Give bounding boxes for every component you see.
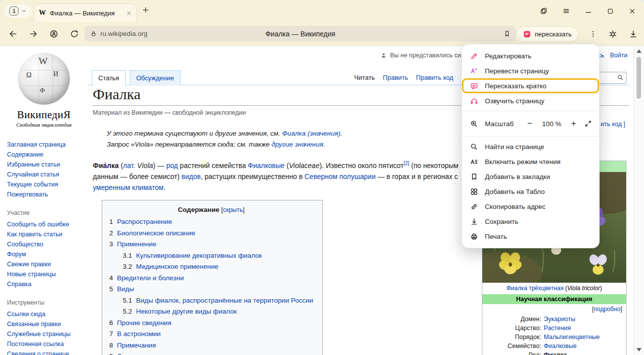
scroll-up-button[interactable] <box>637 49 642 53</box>
scroll-down-button[interactable] <box>637 348 642 352</box>
menu-item-translate[interactable]: Перевести страницу <box>462 63 599 78</box>
bookmark-flag-icon[interactable] <box>503 30 511 37</box>
inline-link[interactable]: Северном полушарии <box>305 173 376 180</box>
tab-article[interactable]: Статья <box>92 70 126 86</box>
tab-counter-button[interactable]: 1 <box>5 4 31 17</box>
toc-link[interactable]: Культивирование декоративных фиалок <box>136 250 262 262</box>
tab-talk[interactable]: Обсуждение <box>130 70 181 86</box>
menu-item-tablo[interactable]: Добавить на Табло <box>462 184 599 199</box>
fullscreen-icon[interactable] <box>584 120 592 128</box>
panels-icon[interactable] <box>540 7 548 15</box>
inline-link[interactable]: [2] <box>404 161 409 166</box>
text-fragment: ( <box>285 162 289 170</box>
table-of-contents: Содержание [скрыть] 1 Распространение <box>102 200 323 355</box>
sidebar-link[interactable]: Ссылки сюда <box>7 309 88 319</box>
menu-item-label: Включить режим чтения <box>485 158 561 166</box>
zoom-value: 100 % <box>540 120 563 128</box>
inline-link[interactable]: Фиалка (значения) <box>282 130 341 137</box>
tab-close-icon[interactable] <box>126 10 132 16</box>
taxon-value[interactable]: Мальпигиецветные <box>544 333 623 342</box>
sidebar-link[interactable]: Сведения о странице <box>7 349 88 355</box>
menu-item-edit[interactable]: Редактировать <box>462 48 599 63</box>
toc-link[interactable]: В астрономии <box>117 329 161 340</box>
sidebar-link[interactable]: Связанные правки <box>7 319 88 329</box>
menu-item-find[interactable]: Найти на странице <box>462 139 599 154</box>
close-button[interactable] <box>629 7 636 15</box>
menu-item-bookmark[interactable]: Добавить в закладки <box>462 169 599 184</box>
browser-actions-menu: Редактировать Перевести страницу Переска… <box>461 44 600 248</box>
sidebar-link[interactable]: Служебные страницы <box>7 329 88 339</box>
toc-link[interactable]: Вредители и болезни <box>117 273 184 284</box>
sidebar-link[interactable]: Сообщество <box>7 239 88 249</box>
sidebar-link[interactable]: Форум <box>7 249 88 259</box>
retell-button[interactable]: пересказать <box>516 26 578 42</box>
sidebar-link[interactable]: Заглавная страница <box>7 140 88 150</box>
toc-link[interactable]: Виды фиалок, распространённые на террито… <box>136 295 313 307</box>
address-bar[interactable]: ru.wikipedia.org Фиалка — Википедия <box>85 26 516 41</box>
toc-link[interactable]: Биологическое описание <box>117 228 196 239</box>
tab-count: 1 <box>9 6 18 15</box>
toc-link[interactable]: Прочие сведения <box>117 318 172 329</box>
browser-tab[interactable]: W Фиалка — Википедия <box>34 3 137 22</box>
taxobox-details-link[interactable]: подробно <box>594 306 620 313</box>
toc-link[interactable]: Применение <box>117 239 157 250</box>
new-tab-button[interactable] <box>142 6 150 14</box>
menu-item-voice[interactable]: Озвучить страницу <box>462 93 599 108</box>
toc-link[interactable]: Примечания <box>117 340 156 352</box>
sidebar-link[interactable]: Случайная статья <box>7 170 88 179</box>
toc-hide-link[interactable]: скрыть <box>223 206 243 213</box>
toc-link[interactable]: Виды <box>117 284 134 295</box>
sidebar-link[interactable]: Свежие правки <box>7 259 88 269</box>
minimize-button[interactable] <box>585 7 592 15</box>
sidebar-link[interactable]: Пожертвовать <box>7 189 88 199</box>
inline-link[interactable]: род <box>166 162 178 170</box>
toolbar-more-button[interactable] <box>589 29 597 38</box>
menu-icon[interactable] <box>562 7 570 15</box>
taxon-value[interactable]: Фиалковые <box>544 342 623 351</box>
menu-item-save[interactable]: Сохранить <box>462 214 599 229</box>
sidebar-link[interactable]: Как править статьи <box>7 229 88 239</box>
taxon-value[interactable]: Эукариоты <box>544 315 623 324</box>
view-read[interactable]: Читать <box>354 74 375 81</box>
toc-item: 8 Примечания <box>109 340 313 352</box>
inline-link[interactable]: видов <box>182 173 201 180</box>
maximize-button[interactable] <box>607 7 614 15</box>
page-scrollbar[interactable] <box>634 46 644 355</box>
wikipedia-globe[interactable]: W Ω И Ф <box>18 53 70 105</box>
reload-button[interactable] <box>69 29 79 39</box>
menu-item-retell[interactable]: Пересказать кратко <box>462 78 599 93</box>
sidebar-link[interactable]: Избранные статьи <box>7 160 88 170</box>
forward-button[interactable] <box>28 29 38 39</box>
download-button[interactable] <box>629 29 638 39</box>
sidebar-link[interactable]: Постоянная ссылка <box>7 339 88 349</box>
toc-link[interactable]: Распространение <box>117 216 173 228</box>
search-icon[interactable] <box>617 74 624 81</box>
taxon-value[interactable]: Фиалка <box>544 351 623 355</box>
protect-icon[interactable] <box>49 29 59 39</box>
zoom-out-button[interactable]: − <box>526 119 534 129</box>
login-link[interactable]: Войти <box>610 52 628 59</box>
inline-link[interactable]: лат. <box>123 162 135 170</box>
toc-link[interactable]: Литература <box>117 351 154 355</box>
taxon-value[interactable]: Растения <box>544 324 623 333</box>
sidebar-link[interactable]: Справка <box>7 279 88 289</box>
scrollbar-thumb[interactable] <box>637 57 641 99</box>
view-edit-source[interactable]: Править код <box>416 74 453 81</box>
inline-link[interactable]: Фиалковые <box>248 162 285 170</box>
zoom-in-button[interactable]: + <box>570 119 578 129</box>
extensions-icon[interactable] <box>608 29 618 39</box>
inline-link[interactable]: умеренным климатом <box>93 183 164 191</box>
sidebar-link[interactable]: Содержание <box>7 150 88 160</box>
inline-link[interactable]: Фиалка трёхцветная <box>506 285 564 292</box>
sidebar-link[interactable]: Новые страницы <box>7 269 88 279</box>
view-edit[interactable]: Править <box>383 74 408 81</box>
sidebar-link[interactable]: Сообщить об ошибке <box>7 219 88 229</box>
menu-item-reader[interactable]: Включить режим чтения <box>462 154 599 169</box>
sidebar-link[interactable]: Текущие события <box>7 179 88 189</box>
toc-link[interactable]: Некоторые другие виды фиалок <box>136 306 237 318</box>
inline-link[interactable]: другие значения <box>271 141 323 148</box>
back-button[interactable] <box>8 29 18 39</box>
menu-item-print[interactable]: Печать <box>462 229 599 244</box>
menu-item-copy-link[interactable]: Скопировать адрес <box>462 199 599 214</box>
toc-link[interactable]: Медицинское применение <box>136 261 218 273</box>
